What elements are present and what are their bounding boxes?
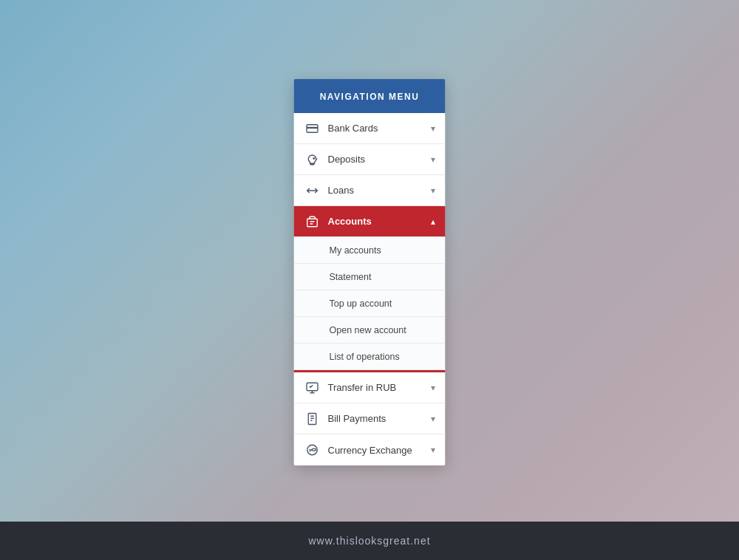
bill-icon <box>304 412 321 426</box>
nav-item-currency-exchange[interactable]: Currency Exchange ▾ <box>294 434 446 465</box>
currency-exchange-label: Currency Exchange <box>328 445 431 456</box>
nav-title: NAVIGATION MENU <box>320 92 420 102</box>
nav-item-bill-payments[interactable]: Bill Payments ▾ <box>294 403 446 434</box>
transfer-label: Transfer in RUB <box>328 382 431 393</box>
accounts-icon <box>304 215 321 228</box>
open-account-label: Open new account <box>330 325 406 335</box>
svg-point-2 <box>313 157 315 159</box>
deposits-label: Deposits <box>328 154 431 165</box>
submenu-open-account[interactable]: Open new account <box>294 317 446 344</box>
loans-icon <box>304 184 321 197</box>
footer-bar: www.thislooksgreat.net <box>0 522 739 560</box>
card-icon <box>304 122 321 135</box>
transfer-arrow: ▾ <box>431 383 435 393</box>
loans-arrow: ▾ <box>431 185 435 196</box>
svg-rect-1 <box>307 126 318 128</box>
deposits-arrow: ▾ <box>431 154 435 165</box>
statement-label: Statement <box>330 272 372 282</box>
svg-rect-7 <box>307 383 318 391</box>
bill-payments-arrow: ▾ <box>431 414 435 424</box>
navigation-menu-container: NAVIGATION MENU Bank Cards ▾ Deposits ▾ <box>294 79 446 465</box>
bank-cards-arrow: ▾ <box>431 123 435 134</box>
currency-exchange-arrow: ▾ <box>431 445 435 455</box>
nav-item-bank-cards[interactable]: Bank Cards ▾ <box>294 113 446 144</box>
my-accounts-label: My accounts <box>330 245 381 256</box>
transfer-icon <box>304 381 321 395</box>
accounts-arrow: ▴ <box>431 216 435 227</box>
nav-item-deposits[interactable]: Deposits ▾ <box>294 144 446 175</box>
nav-header: NAVIGATION MENU <box>294 79 446 113</box>
accounts-label: Accounts <box>328 216 431 227</box>
nav-item-accounts[interactable]: Accounts ▴ <box>294 206 446 237</box>
currency-icon <box>304 443 321 457</box>
nav-item-loans[interactable]: Loans ▾ <box>294 175 446 206</box>
submenu-my-accounts[interactable]: My accounts <box>294 237 446 264</box>
svg-rect-4 <box>307 219 318 227</box>
piggy-icon <box>304 153 321 166</box>
svg-rect-8 <box>308 413 316 424</box>
operations-label: List of operations <box>330 352 400 362</box>
submenu-operations[interactable]: List of operations <box>294 344 446 370</box>
submenu-statement[interactable]: Statement <box>294 264 446 290</box>
footer-text: www.thislooksgreat.net <box>308 535 430 547</box>
nav-item-transfer[interactable]: Transfer in RUB ▾ <box>294 372 446 403</box>
top-up-label: Top up account <box>330 298 392 309</box>
submenu-top-up[interactable]: Top up account <box>294 290 446 317</box>
bank-cards-label: Bank Cards <box>328 123 431 134</box>
bill-payments-label: Bill Payments <box>328 413 431 424</box>
loans-label: Loans <box>328 185 431 196</box>
